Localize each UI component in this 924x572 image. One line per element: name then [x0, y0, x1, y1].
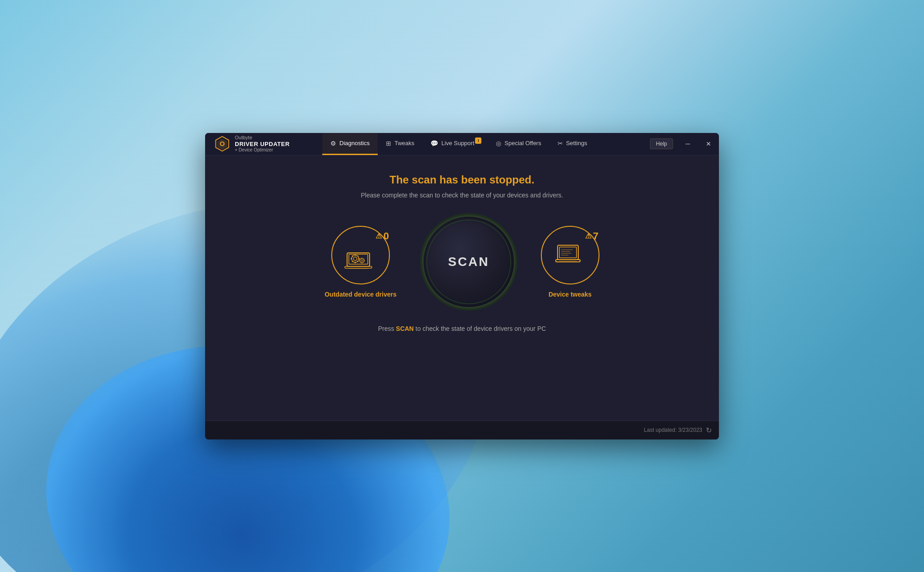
logo-section: O Outbyte DRIVER UPDATER + Device Optimi…: [205, 133, 322, 155]
device-tweaks-warn-icon: ⚠: [585, 232, 591, 240]
minimize-button[interactable]: ─: [677, 133, 698, 155]
logo-text: Outbyte DRIVER UPDATER + Device Optimize…: [235, 135, 290, 153]
tab-diagnostics[interactable]: ⚙ Diagnostics: [322, 133, 378, 155]
outdated-drivers-label: Outdated device drivers: [325, 291, 397, 298]
live-support-badge: !: [475, 137, 481, 144]
device-tweaks-icon: [552, 237, 588, 273]
tab-tweaks[interactable]: ⊞ Tweaks: [378, 133, 422, 155]
scan-stopped-title: The scan has been stopped.: [389, 174, 534, 186]
special-offers-icon: ◎: [496, 140, 501, 147]
device-tweaks-label: Device tweaks: [549, 291, 592, 298]
scan-hint-suffix: to check the state of device drivers on …: [414, 325, 546, 332]
scan-area: ⚠ 0 Outdated device drivers SCAN: [325, 217, 599, 307]
outdated-drivers-icon: [343, 237, 379, 273]
refresh-icon[interactable]: ↻: [706, 426, 712, 435]
outdated-drivers-warn-icon: ⚠: [375, 232, 382, 240]
tab-special-offers-label: Special Offers: [504, 140, 541, 146]
scan-stopped-subtitle: Please complete the scan to check the st…: [361, 192, 563, 199]
help-button[interactable]: Help: [650, 138, 673, 149]
tab-settings[interactable]: ✂ Settings: [549, 133, 595, 155]
tweaks-icon: ⊞: [386, 140, 391, 147]
scan-hint-prefix: Press: [378, 325, 396, 332]
window-controls: Help ─ ✕: [650, 133, 719, 155]
tab-live-support-label: Live Support: [441, 140, 474, 146]
live-support-icon: 💬: [430, 140, 438, 147]
svg-line-12: [352, 256, 353, 256]
svg-text:O: O: [220, 140, 224, 147]
svg-rect-5: [345, 266, 372, 268]
tab-tweaks-label: Tweaks: [394, 140, 414, 146]
logo-brand: Outbyte: [235, 135, 290, 141]
scan-hint: Press SCAN to check the state of device …: [378, 325, 546, 332]
tab-diagnostics-label: Diagnostics: [339, 140, 370, 146]
title-bar: O Outbyte DRIVER UPDATER + Device Optimi…: [205, 133, 719, 156]
logo-product: DRIVER UPDATER: [235, 141, 290, 148]
app-window: O Outbyte DRIVER UPDATER + Device Optimi…: [205, 133, 719, 439]
tab-special-offers[interactable]: ◎ Special Offers: [488, 133, 549, 155]
scan-hint-scan-word: SCAN: [396, 325, 414, 332]
scan-button-container: SCAN: [424, 217, 514, 307]
tab-settings-label: Settings: [566, 140, 587, 146]
diagnostics-icon: ⚙: [330, 140, 336, 147]
app-logo-icon: O: [214, 136, 230, 152]
nav-tabs: ⚙ Diagnostics ⊞ Tweaks 💬 Live Support ! …: [322, 133, 650, 155]
device-tweaks-card: ⚠ 7 Device tweaks: [541, 226, 599, 298]
footer: Last updated: 3/23/2023 ↻: [205, 421, 719, 439]
main-content: The scan has been stopped. Please comple…: [205, 156, 719, 421]
close-button[interactable]: ✕: [698, 133, 719, 155]
outdated-drivers-circle: ⚠ 0: [331, 226, 390, 284]
settings-icon: ✂: [558, 140, 563, 147]
close-icon: ✕: [706, 140, 711, 147]
outdated-drivers-card: ⚠ 0 Outdated device drivers: [325, 226, 397, 298]
scan-button[interactable]: SCAN: [424, 217, 514, 307]
svg-point-7: [353, 257, 357, 261]
svg-rect-24: [559, 247, 576, 258]
last-updated-text: Last updated: 3/23/2023: [644, 427, 702, 433]
minimize-icon: ─: [686, 140, 690, 147]
device-tweaks-circle: ⚠ 7: [541, 226, 599, 284]
svg-line-15: [357, 256, 358, 256]
tab-live-support[interactable]: 💬 Live Support !: [422, 133, 488, 155]
device-tweaks-count: ⚠ 7: [585, 230, 599, 242]
svg-line-13: [357, 261, 358, 262]
svg-point-17: [361, 260, 363, 261]
svg-line-14: [352, 261, 353, 262]
logo-sub: + Device Optimizer: [235, 147, 290, 153]
svg-rect-23: [558, 245, 578, 260]
svg-point-16: [360, 258, 364, 263]
scan-button-label: SCAN: [448, 255, 489, 269]
outdated-drivers-count: ⚠ 0: [375, 230, 389, 242]
